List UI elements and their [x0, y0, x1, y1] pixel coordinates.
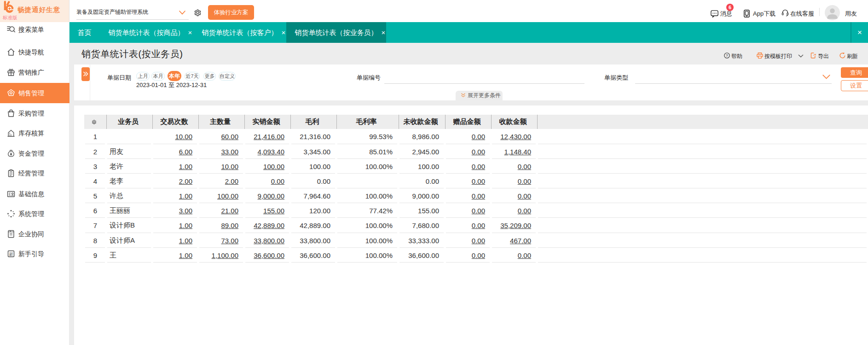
svg-text:?: ?: [726, 53, 728, 58]
svg-text:新: 新: [9, 252, 13, 257]
